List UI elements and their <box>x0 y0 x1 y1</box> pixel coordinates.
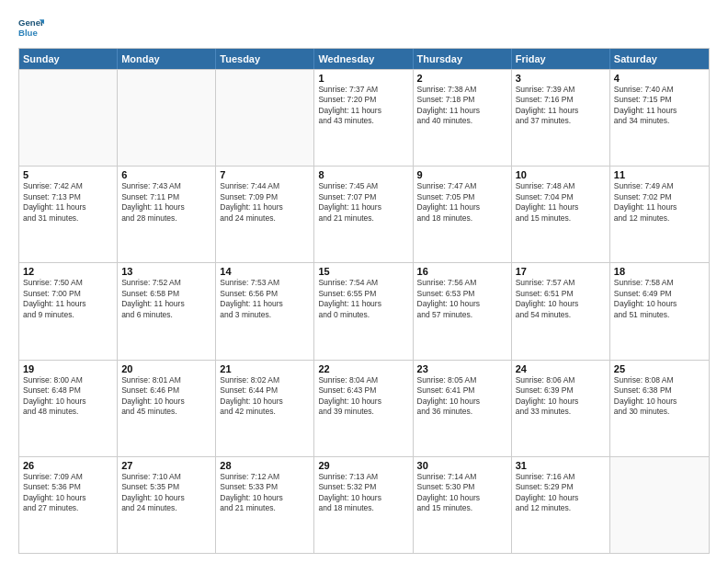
day-info: Sunrise: 7:58 AM Sunset: 6:49 PM Dayligh… <box>614 278 705 320</box>
header: General Blue <box>18 15 710 40</box>
logo-icon: General Blue <box>18 15 44 40</box>
day-number: 3 <box>516 73 606 84</box>
day-info: Sunrise: 7:48 AM Sunset: 7:04 PM Dayligh… <box>516 181 606 224</box>
day-24: 24Sunrise: 8:06 AM Sunset: 6:39 PM Dayli… <box>512 361 610 456</box>
day-number: 4 <box>614 73 705 84</box>
day-info: Sunrise: 7:53 AM Sunset: 6:56 PM Dayligh… <box>220 278 310 320</box>
day-info: Sunrise: 7:38 AM Sunset: 7:18 PM Dayligh… <box>417 85 507 127</box>
day-number: 13 <box>121 266 211 277</box>
day-number: 30 <box>417 460 507 471</box>
week-row-1: 5Sunrise: 7:42 AM Sunset: 7:13 PM Daylig… <box>19 166 709 262</box>
empty-cell <box>216 70 314 166</box>
day-1: 1Sunrise: 7:37 AM Sunset: 7:20 PM Daylig… <box>314 70 413 166</box>
week-row-4: 26Sunrise: 7:09 AM Sunset: 5:36 PM Dayli… <box>19 456 709 553</box>
day-number: 5 <box>23 169 113 180</box>
day-number: 18 <box>614 266 705 277</box>
day-19: 19Sunrise: 8:00 AM Sunset: 6:48 PM Dayli… <box>19 361 118 456</box>
day-number: 11 <box>614 169 705 180</box>
day-info: Sunrise: 7:14 AM Sunset: 5:30 PM Dayligh… <box>417 472 507 514</box>
day-number: 24 <box>516 363 606 374</box>
day-info: Sunrise: 8:05 AM Sunset: 6:41 PM Dayligh… <box>417 375 507 418</box>
day-info: Sunrise: 7:39 AM Sunset: 7:16 PM Dayligh… <box>516 85 606 127</box>
day-17: 17Sunrise: 7:57 AM Sunset: 6:51 PM Dayli… <box>512 263 610 359</box>
day-info: Sunrise: 7:45 AM Sunset: 7:07 PM Dayligh… <box>318 181 408 224</box>
day-info: Sunrise: 8:01 AM Sunset: 6:46 PM Dayligh… <box>121 375 211 418</box>
day-16: 16Sunrise: 7:56 AM Sunset: 6:53 PM Dayli… <box>414 263 512 359</box>
day-number: 15 <box>318 266 408 277</box>
day-2: 2Sunrise: 7:38 AM Sunset: 7:18 PM Daylig… <box>414 70 512 166</box>
day-info: Sunrise: 8:08 AM Sunset: 6:38 PM Dayligh… <box>614 375 705 418</box>
day-info: Sunrise: 7:16 AM Sunset: 5:29 PM Dayligh… <box>516 472 606 514</box>
day-number: 8 <box>318 169 408 180</box>
day-20: 20Sunrise: 8:01 AM Sunset: 6:46 PM Dayli… <box>118 361 216 456</box>
day-4: 4Sunrise: 7:40 AM Sunset: 7:15 PM Daylig… <box>610 70 709 166</box>
day-number: 22 <box>318 363 408 374</box>
header-day-tuesday: Tuesday <box>216 49 314 69</box>
day-number: 28 <box>220 460 310 471</box>
day-number: 10 <box>516 169 606 180</box>
day-5: 5Sunrise: 7:42 AM Sunset: 7:13 PM Daylig… <box>19 167 118 262</box>
calendar-header: SundayMondayTuesdayWednesdayThursdayFrid… <box>19 49 709 69</box>
day-28: 28Sunrise: 7:12 AM Sunset: 5:33 PM Dayli… <box>216 457 314 553</box>
day-info: Sunrise: 7:42 AM Sunset: 7:13 PM Dayligh… <box>23 181 113 224</box>
day-15: 15Sunrise: 7:54 AM Sunset: 6:55 PM Dayli… <box>314 263 413 359</box>
header-day-friday: Friday <box>512 49 610 69</box>
day-number: 23 <box>417 363 507 374</box>
day-info: Sunrise: 7:47 AM Sunset: 7:05 PM Dayligh… <box>417 181 507 224</box>
header-day-wednesday: Wednesday <box>314 49 413 69</box>
empty-cell <box>19 70 118 166</box>
day-number: 29 <box>318 460 408 471</box>
day-info: Sunrise: 7:43 AM Sunset: 7:11 PM Dayligh… <box>121 181 211 224</box>
day-26: 26Sunrise: 7:09 AM Sunset: 5:36 PM Dayli… <box>19 457 118 553</box>
day-info: Sunrise: 8:00 AM Sunset: 6:48 PM Dayligh… <box>23 375 113 418</box>
day-number: 9 <box>417 169 507 180</box>
empty-cell <box>118 70 216 166</box>
day-info: Sunrise: 7:13 AM Sunset: 5:32 PM Dayligh… <box>318 472 408 514</box>
day-number: 27 <box>121 460 211 471</box>
day-number: 14 <box>220 266 310 277</box>
calendar: SundayMondayTuesdayWednesdayThursdayFrid… <box>18 48 710 554</box>
day-info: Sunrise: 7:37 AM Sunset: 7:20 PM Dayligh… <box>318 85 408 127</box>
day-10: 10Sunrise: 7:48 AM Sunset: 7:04 PM Dayli… <box>512 167 610 262</box>
week-row-2: 12Sunrise: 7:50 AM Sunset: 7:00 PM Dayli… <box>19 262 709 359</box>
header-day-thursday: Thursday <box>414 49 512 69</box>
day-info: Sunrise: 8:04 AM Sunset: 6:43 PM Dayligh… <box>318 375 408 418</box>
day-info: Sunrise: 7:10 AM Sunset: 5:35 PM Dayligh… <box>121 472 211 514</box>
day-9: 9Sunrise: 7:47 AM Sunset: 7:05 PM Daylig… <box>414 167 512 262</box>
day-info: Sunrise: 7:50 AM Sunset: 7:00 PM Dayligh… <box>23 278 113 320</box>
day-info: Sunrise: 7:57 AM Sunset: 6:51 PM Dayligh… <box>516 278 606 320</box>
header-day-monday: Monday <box>118 49 216 69</box>
empty-cell <box>610 457 709 553</box>
svg-text:Blue: Blue <box>18 28 38 38</box>
page: General Blue SundayMondayTuesdayWednesda… <box>0 0 728 563</box>
day-info: Sunrise: 7:40 AM Sunset: 7:15 PM Dayligh… <box>614 85 705 127</box>
day-info: Sunrise: 7:56 AM Sunset: 6:53 PM Dayligh… <box>417 278 507 320</box>
header-day-saturday: Saturday <box>610 49 709 69</box>
day-23: 23Sunrise: 8:05 AM Sunset: 6:41 PM Dayli… <box>414 361 512 456</box>
day-info: Sunrise: 7:54 AM Sunset: 6:55 PM Dayligh… <box>318 278 408 320</box>
day-12: 12Sunrise: 7:50 AM Sunset: 7:00 PM Dayli… <box>19 263 118 359</box>
day-6: 6Sunrise: 7:43 AM Sunset: 7:11 PM Daylig… <box>118 167 216 262</box>
day-number: 16 <box>417 266 507 277</box>
day-13: 13Sunrise: 7:52 AM Sunset: 6:58 PM Dayli… <box>118 263 216 359</box>
day-27: 27Sunrise: 7:10 AM Sunset: 5:35 PM Dayli… <box>118 457 216 553</box>
day-number: 7 <box>220 169 310 180</box>
day-number: 20 <box>121 363 211 374</box>
day-number: 12 <box>23 266 113 277</box>
day-22: 22Sunrise: 8:04 AM Sunset: 6:43 PM Dayli… <box>314 361 413 456</box>
svg-text:General: General <box>18 17 44 28</box>
day-info: Sunrise: 7:12 AM Sunset: 5:33 PM Dayligh… <box>220 472 310 514</box>
day-number: 2 <box>417 73 507 84</box>
day-info: Sunrise: 7:09 AM Sunset: 5:36 PM Dayligh… <box>23 472 113 514</box>
day-29: 29Sunrise: 7:13 AM Sunset: 5:32 PM Dayli… <box>314 457 413 553</box>
header-day-sunday: Sunday <box>19 49 118 69</box>
day-30: 30Sunrise: 7:14 AM Sunset: 5:30 PM Dayli… <box>414 457 512 553</box>
day-number: 26 <box>23 460 113 471</box>
day-info: Sunrise: 7:52 AM Sunset: 6:58 PM Dayligh… <box>121 278 211 320</box>
day-14: 14Sunrise: 7:53 AM Sunset: 6:56 PM Dayli… <box>216 263 314 359</box>
logo: General Blue <box>18 15 44 40</box>
day-number: 31 <box>516 460 606 471</box>
week-row-0: 1Sunrise: 7:37 AM Sunset: 7:20 PM Daylig… <box>19 69 709 166</box>
day-31: 31Sunrise: 7:16 AM Sunset: 5:29 PM Dayli… <box>512 457 610 553</box>
day-number: 19 <box>23 363 113 374</box>
